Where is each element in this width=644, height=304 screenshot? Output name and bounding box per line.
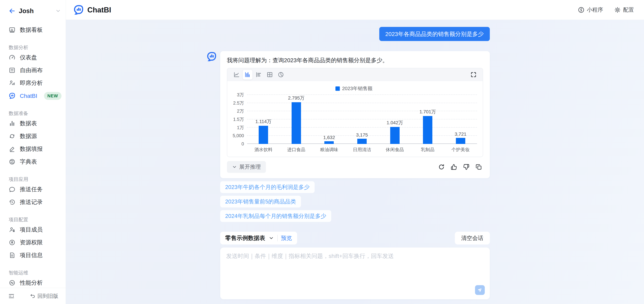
undo-icon: [30, 293, 36, 299]
sidebar-item-adhoc-analysis[interactable]: 即席分析: [0, 77, 66, 90]
bot-response: 我将问题理解为：查询2023年各商品品类的销售额分别是多少。: [220, 51, 490, 178]
y-tick-label: 5,000: [233, 133, 244, 138]
sidebar-item-push-task[interactable]: 推送任务: [0, 183, 66, 196]
sidebar-item-performance[interactable]: 性能分析: [0, 276, 66, 288]
x-tick-label: 个护美妆: [444, 147, 477, 153]
project-switcher[interactable]: Josh: [0, 0, 66, 16]
dashboard-icon: [9, 27, 16, 33]
canvas-icon: [9, 67, 16, 74]
sidebar-item-free-canvas[interactable]: 自由画布: [0, 64, 66, 77]
divider: [277, 235, 278, 241]
data-entry-icon: [9, 146, 16, 152]
dataset-selector[interactable]: 零售示例数据表 预览: [220, 232, 297, 244]
sidebar: Josh 数据看板 数据分析 仪表盘 自由画布 即席分析: [0, 0, 66, 304]
header: ChatBI 小程序 配置: [66, 0, 644, 20]
suggestion-chip[interactable]: 2023年牛奶各个月的毛利润是多少: [220, 181, 314, 193]
y-tick-label: 1万: [237, 125, 244, 131]
chevron-down-icon: [232, 164, 237, 169]
back-to-old-version-button[interactable]: 回到旧版: [30, 292, 58, 300]
sidebar-item-dictionary[interactable]: 字典表: [0, 155, 66, 168]
adhoc-analysis-icon: [9, 80, 16, 86]
chart-panel: 2023年销售额 05,0001万1.5万2万2.5万3万 1.114万2.79…: [227, 68, 483, 157]
chart-toolbar: [227, 68, 483, 81]
bar-value-label: 1.701万: [420, 109, 436, 115]
bar-chart-icon[interactable]: [243, 70, 252, 80]
sidebar-footer: 回到旧版: [0, 288, 66, 304]
y-tick-label: 1.5万: [233, 116, 244, 122]
preview-link[interactable]: 预览: [281, 234, 292, 242]
expand-reasoning-button[interactable]: 展开推理: [227, 161, 266, 173]
sidebar-item-label: 数据看板: [20, 26, 43, 34]
collapse-sidebar-icon[interactable]: [8, 293, 15, 299]
chevron-down-icon[interactable]: [268, 235, 274, 241]
members-icon: [9, 226, 16, 233]
refresh-icon[interactable]: [438, 164, 445, 170]
thumbs-up-icon[interactable]: [450, 164, 457, 170]
sidebar-item-label: 推送记录: [20, 198, 43, 206]
project-name: Josh: [19, 8, 52, 15]
message-composer: [220, 247, 490, 299]
config-button[interactable]: 配置: [614, 6, 634, 14]
back-arrow-icon[interactable]: [9, 8, 16, 14]
bar-group: 2.795万: [280, 95, 313, 144]
suggestion-chip[interactable]: 2023年销售量前5的商品品类: [220, 196, 301, 207]
sidebar-item-data-table[interactable]: 数据表: [0, 117, 66, 130]
main-area: ChatBI 小程序 配置 2023年各商品品类的销售额分别是多少: [66, 0, 644, 304]
sidebar-item-label: 字典表: [20, 158, 37, 166]
bar-value-label: 1.042万: [387, 120, 403, 126]
sidebar-item-project-info[interactable]: 项目信息: [0, 249, 66, 262]
sidebar-item-data-dashboard[interactable]: 数据看板: [0, 24, 66, 36]
bar: [456, 138, 465, 144]
project-info-icon: [9, 252, 16, 259]
sidebar-item-label: 数据填报: [20, 145, 43, 153]
fullscreen-icon[interactable]: [469, 70, 478, 80]
sidebar-item-gauge-dashboard[interactable]: 仪表盘: [0, 51, 66, 64]
user-message-bubble: 2023年各商品品类的销售额分别是多少: [379, 27, 490, 41]
bar-chart: 2023年销售额 05,0001万1.5万2万2.5万3万 1.114万2.79…: [227, 81, 483, 157]
data-table-icon: [9, 120, 16, 127]
section-title-project-config: 项目配置: [0, 216, 66, 223]
data-source-icon: [9, 133, 16, 140]
mini-program-button[interactable]: 小程序: [578, 6, 603, 14]
chat-area: 2023年各商品品类的销售额分别是多少 我将问题理解为：查询2023年各商品品类…: [66, 20, 644, 304]
sidebar-item-permissions[interactable]: 资源权限: [0, 236, 66, 249]
x-tick-label: 日用清洁: [346, 147, 378, 153]
sidebar-item-members[interactable]: 项目成员: [0, 223, 66, 236]
config-label: 配置: [623, 6, 634, 14]
y-tick-label: 3万: [237, 92, 244, 98]
bar: [390, 127, 400, 144]
chevron-down-icon[interactable]: [55, 8, 61, 14]
sidebar-item-label: 项目成员: [20, 226, 43, 233]
suggested-questions: 2023年牛奶各个月的毛利润是多少 2023年销售量前5的商品品类 2024年乳…: [220, 181, 490, 222]
pie-chart-icon[interactable]: [276, 70, 286, 80]
bar: [357, 139, 367, 144]
line-chart-icon[interactable]: [232, 70, 241, 80]
y-tick-label: 0: [241, 141, 244, 147]
send-button[interactable]: [475, 285, 485, 295]
bar-value-label: 1,632: [323, 135, 335, 140]
push-task-icon: [9, 186, 16, 193]
section-title-smart-ops: 智能运维: [0, 269, 66, 276]
dataset-name[interactable]: 零售示例数据表: [225, 234, 265, 242]
x-tick-label: 乳制品: [411, 147, 444, 153]
copy-icon[interactable]: [475, 164, 482, 170]
sidebar-item-data-source[interactable]: 数据源: [0, 130, 66, 143]
bar-value-label: 3,175: [356, 132, 368, 138]
sidebar-item-push-history[interactable]: 推送记录: [0, 196, 66, 208]
horizontal-bar-chart-icon[interactable]: [254, 70, 264, 80]
suggestion-chip[interactable]: 2024年乳制品每个月的销售额分别是多少: [220, 210, 331, 222]
sidebar-item-label: 数据表: [20, 120, 37, 127]
sidebar-item-label: 数据源: [20, 132, 37, 140]
sidebar-nav: 数据看板 数据分析 仪表盘 自由画布 即席分析 ChatBI NEW 数据准备: [0, 16, 66, 288]
message-input[interactable]: [226, 252, 484, 284]
clear-conversation-button[interactable]: 清空会话: [455, 232, 490, 244]
thumbs-down-icon[interactable]: [463, 164, 470, 170]
x-tick-label: 休闲食品: [378, 147, 411, 153]
table-icon[interactable]: [265, 70, 275, 80]
x-axis-labels: 酒水饮料进口食品粮油调味日用清洁休闲食品乳制品个护美妆: [247, 147, 477, 153]
sidebar-item-data-entry[interactable]: 数据填报: [0, 143, 66, 155]
expand-reasoning-label: 展开推理: [239, 163, 261, 171]
response-actions: [438, 164, 483, 170]
sidebar-item-label: 项目信息: [20, 251, 43, 259]
sidebar-item-chatbi[interactable]: ChatBI NEW: [0, 90, 66, 102]
